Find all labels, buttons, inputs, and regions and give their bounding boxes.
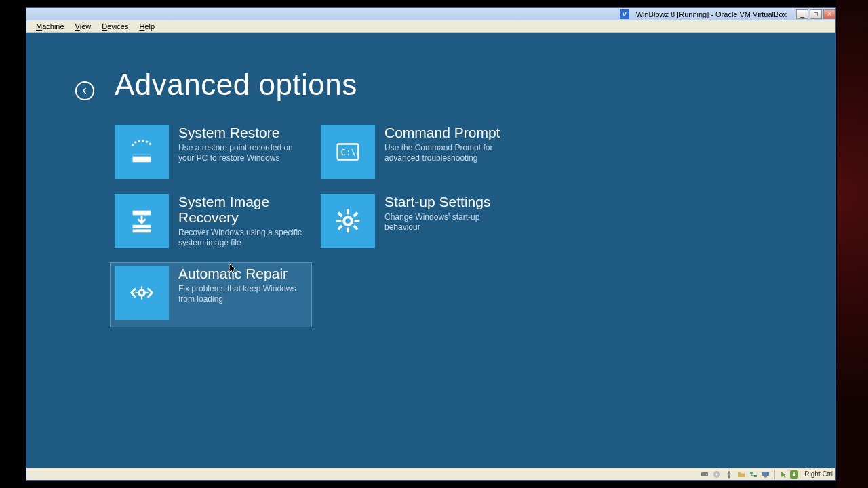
host-desktop-sliver bbox=[836, 0, 868, 488]
cmd-icon: C:\ bbox=[321, 125, 375, 179]
menu-machine[interactable]: Machine bbox=[31, 22, 70, 31]
menu-label: iew bbox=[80, 22, 92, 30]
hostkey-icon bbox=[790, 470, 798, 479]
svg-rect-30 bbox=[762, 472, 769, 476]
menu-help[interactable]: Help bbox=[134, 22, 160, 31]
svg-point-8 bbox=[345, 218, 351, 224]
svg-rect-16 bbox=[337, 225, 342, 230]
svg-rect-6 bbox=[133, 229, 151, 232]
menu-devices[interactable]: Devices bbox=[96, 22, 134, 31]
tile-desc: Fix problems that keep Windows from load… bbox=[178, 284, 304, 304]
tile-title: Command Prompt bbox=[384, 125, 511, 140]
virtualbox-window: V WinBlowz 8 [Running] - Oracle VM Virtu… bbox=[26, 7, 836, 481]
svg-rect-1 bbox=[133, 155, 151, 157]
minimize-button[interactable]: _ bbox=[796, 9, 808, 19]
svg-rect-15 bbox=[353, 211, 358, 217]
tile-text: System Restore Use a restore point recor… bbox=[169, 125, 307, 163]
tile-command-prompt[interactable]: C:\ Command Prompt Use the Command Promp… bbox=[321, 125, 517, 180]
svg-rect-22 bbox=[145, 292, 149, 293]
tile-automatic-repair[interactable]: Automatic Repair Fix problems that keep … bbox=[111, 263, 311, 327]
mouse-capture-icon[interactable] bbox=[779, 470, 789, 479]
svg-rect-5 bbox=[133, 225, 151, 228]
svg-rect-19 bbox=[141, 286, 142, 289]
window-title: WinBlowz 8 [Running] - Oracle VM Virtual… bbox=[632, 10, 791, 18]
svg-rect-4 bbox=[133, 211, 151, 216]
svg-rect-9 bbox=[347, 209, 349, 215]
tile-system-restore[interactable]: System Restore Use a restore point recor… bbox=[115, 125, 311, 180]
svg-point-27 bbox=[728, 476, 730, 478]
tile-text: Command Prompt Use the Command Prompt fo… bbox=[375, 125, 513, 163]
disc-icon[interactable] bbox=[712, 470, 722, 479]
svg-rect-21 bbox=[135, 292, 138, 293]
tile-startup-settings[interactable]: Start-up Settings Change Windows' start-… bbox=[321, 194, 517, 249]
statusbar: Right Ctrl bbox=[26, 468, 835, 480]
guest-screen: Advanced options System Restore Use a re… bbox=[26, 33, 835, 468]
net-icon[interactable] bbox=[749, 470, 758, 479]
menu-label: elp bbox=[144, 22, 155, 30]
tile-desc: Change Windows' start-up behaviour bbox=[384, 212, 511, 232]
back-button[interactable] bbox=[75, 81, 94, 100]
svg-point-26 bbox=[716, 473, 718, 475]
svg-rect-11 bbox=[336, 220, 342, 222]
tile-text: Start-up Settings Change Windows' start-… bbox=[375, 194, 513, 232]
svg-rect-10 bbox=[347, 228, 349, 233]
menubar: Machine View Devices Help bbox=[26, 20, 835, 33]
arrow-left-icon bbox=[80, 86, 90, 96]
svg-point-18 bbox=[140, 291, 144, 295]
tile-title: System Restore bbox=[178, 125, 304, 140]
folder-icon[interactable] bbox=[736, 470, 746, 479]
svg-point-24 bbox=[706, 474, 707, 475]
svg-rect-12 bbox=[355, 220, 360, 222]
svg-rect-20 bbox=[141, 296, 142, 300]
menu-view[interactable]: View bbox=[70, 22, 97, 31]
maximize-button[interactable]: □ bbox=[810, 9, 822, 19]
tile-desc: Use the Command Prompt for advanced trou… bbox=[384, 143, 511, 163]
tile-desc: Recover Windows using a specific system … bbox=[178, 228, 304, 248]
svg-rect-28 bbox=[750, 472, 753, 474]
svg-text:C:\: C:\ bbox=[340, 147, 355, 157]
tile-title: Automatic Repair bbox=[178, 266, 304, 281]
menu-label: achine bbox=[42, 22, 64, 30]
hdd-icon[interactable] bbox=[700, 470, 709, 479]
window-buttons: _ □ × bbox=[795, 9, 835, 19]
tile-text: System Image Recovery Recover Windows us… bbox=[169, 194, 311, 248]
close-button[interactable]: × bbox=[823, 9, 835, 19]
window-titlebar[interactable]: V WinBlowz 8 [Running] - Oracle VM Virtu… bbox=[26, 8, 835, 20]
svg-rect-31 bbox=[764, 476, 767, 478]
tile-system-image-recovery[interactable]: System Image Recovery Recover Windows us… bbox=[115, 194, 311, 249]
tile-title: System Image Recovery bbox=[178, 194, 309, 225]
tile-text: Automatic Repair Fix problems that keep … bbox=[169, 266, 307, 304]
virtualbox-icon: V bbox=[620, 9, 629, 19]
repair-icon bbox=[115, 266, 169, 320]
tile-desc: Use a restore point recorded on your PC … bbox=[178, 143, 304, 163]
usb-icon[interactable] bbox=[724, 470, 734, 479]
display-icon[interactable] bbox=[761, 470, 770, 479]
gear-icon bbox=[321, 194, 375, 248]
svg-rect-14 bbox=[353, 225, 358, 230]
hostkey-label: Right Ctrl bbox=[804, 470, 833, 478]
svg-rect-13 bbox=[337, 211, 342, 217]
menu-label: evices bbox=[107, 22, 128, 30]
restore-icon bbox=[115, 125, 169, 179]
page-title: Advanced options bbox=[115, 68, 357, 102]
tile-title: Start-up Settings bbox=[384, 194, 511, 209]
statusbar-divider bbox=[774, 470, 775, 479]
options-grid: System Restore Use a restore point recor… bbox=[115, 125, 517, 327]
image-recovery-icon bbox=[115, 194, 169, 248]
